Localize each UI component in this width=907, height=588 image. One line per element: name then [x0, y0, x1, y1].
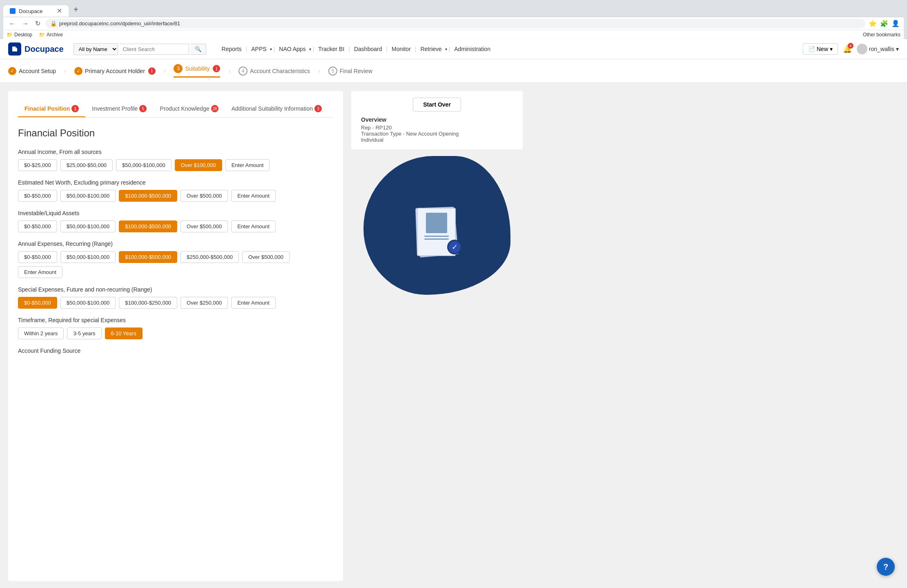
step-account-setup-label: Account Setup [19, 68, 56, 74]
nw-opt-3[interactable]: $100,000-$500,000 [119, 190, 177, 202]
bookmark-archive-label: Archive [47, 32, 63, 38]
se-opt-3[interactable]: $100,000-$250,000 [119, 297, 177, 309]
step-account-chars[interactable]: 4 Account Characteristics [238, 67, 310, 76]
nav-reports[interactable]: Reports [219, 44, 244, 54]
account-type-info: Individual [361, 137, 513, 143]
se-opt-4[interactable]: Over $250,000 [181, 297, 228, 309]
la-opt-4[interactable]: Over $500,000 [181, 220, 228, 232]
url-actions: ⭐ 🧩 👤 [869, 20, 900, 27]
step-suitability-badge: 1 [213, 65, 220, 72]
section-timeframe-label: Timeframe, Required for special Expenses [18, 317, 333, 323]
nav-monitor[interactable]: Monitor [389, 44, 413, 54]
nav-right: 📄 New ▾ 🔔 4 ron_wallis ▾ [803, 43, 899, 55]
new-button[interactable]: 📄 New ▾ [803, 43, 838, 55]
income-opt-1[interactable]: $0-$25,000 [18, 159, 57, 171]
income-opt-3[interactable]: $50,000-$100,000 [116, 159, 172, 171]
step-check-icon-2: ✓ [74, 67, 82, 75]
net-worth-options: $0-$50,000 $50,000-$100,000 $100,000-$50… [18, 190, 333, 202]
income-opt-5[interactable]: Enter Amount [225, 159, 270, 171]
nav-dashboard[interactable]: Dashboard [352, 44, 385, 54]
form-title: Financial Position [18, 127, 333, 139]
tab-financial-label: Finacial Position [25, 105, 70, 112]
doc-line-1 [424, 236, 449, 237]
nw-opt-5[interactable]: Enter Amount [231, 190, 276, 202]
extensions-icon[interactable]: 🧩 [880, 20, 888, 27]
la-opt-1[interactable]: $0-$50,000 [18, 220, 57, 232]
tab-product-knowledge[interactable]: Product Knowledge 28 [153, 101, 225, 117]
nw-opt-1[interactable]: $0-$50,000 [18, 190, 57, 202]
user-menu[interactable]: ron_wallis ▾ [857, 44, 899, 54]
ae-opt-5[interactable]: Over $500,000 [242, 251, 290, 263]
tf-opt-3[interactable]: 6-10 Years [105, 327, 143, 339]
nw-opt-4[interactable]: Over $500,000 [181, 190, 228, 202]
other-bookmarks[interactable]: Other bookmarks [863, 32, 900, 38]
tf-opt-2[interactable]: 3-5 years [67, 327, 101, 339]
forward-button[interactable]: → [20, 19, 30, 28]
step-account-setup[interactable]: ✓ Account Setup [8, 67, 56, 75]
ae-opt-4[interactable]: $250,000-$500,000 [181, 251, 239, 263]
bookmark-icon[interactable]: ⭐ [869, 20, 877, 27]
nav-retrieve[interactable]: Retrieve▾ [418, 44, 447, 54]
tab-close-button[interactable]: ✕ [57, 8, 62, 14]
se-opt-5[interactable]: Enter Amount [231, 297, 276, 309]
step-account-chars-label: Account Characteristics [250, 68, 310, 74]
ae-opt-6[interactable]: Enter Amount [18, 266, 62, 278]
search-dropdown[interactable]: All by Name [74, 43, 118, 55]
special-expenses-options: $0-$50,000 $50,000-$100,000 $100,000-$25… [18, 297, 333, 309]
income-opt-4[interactable]: Over $100,000 [175, 159, 222, 171]
doc-icon: 📄 [808, 46, 815, 52]
step-final-review[interactable]: 5 Final Review [328, 67, 372, 76]
ae-opt-1[interactable]: $0-$50,000 [18, 251, 57, 263]
main-container: Finacial Position 1 Investment Profile 5… [0, 83, 907, 588]
browser-address-bar: ← → ↻ 🔒 preprod.docupaceinc.com/dpdemo_u… [3, 17, 904, 30]
tab-additional-suitability[interactable]: Additional Suitability Information 3 [225, 101, 328, 117]
section-annual-income-label: Annual Income, From all sources [18, 149, 333, 155]
back-button[interactable]: ← [7, 19, 17, 28]
nav-administration[interactable]: Administration [452, 44, 493, 54]
tab-financial-position[interactable]: Finacial Position 1 [18, 101, 85, 117]
income-opt-2[interactable]: $25,000-$50,000 [60, 159, 113, 171]
la-opt-3[interactable]: $100,000-$500,000 [119, 220, 177, 232]
user-name: ron_wallis [869, 46, 894, 52]
tab-favicon [10, 8, 16, 14]
se-opt-1[interactable]: $0-$50,000 [18, 297, 57, 309]
help-icon: ? [883, 562, 888, 572]
url-box[interactable]: 🔒 preprod.docupaceinc.com/dpdemo_ui#/int… [45, 19, 865, 28]
step-final-review-num: 5 [328, 67, 337, 76]
nav-nao-apps[interactable]: NAO Apps▾ [276, 44, 311, 54]
tab-title: Docupace [19, 8, 43, 14]
step-primary-holder[interactable]: ✓ Primary Account Holder 1 [74, 67, 156, 75]
notification-bell[interactable]: 🔔 4 [843, 45, 852, 53]
active-tab[interactable]: Docupace ✕ [3, 5, 69, 17]
app-navbar: Docupace All by Name 🔍 Reports | APPS▾ |… [0, 39, 907, 59]
search-button[interactable]: 🔍 [191, 44, 206, 55]
start-over-button[interactable]: Start Over [413, 98, 461, 111]
nav-tracker-bi[interactable]: Tracker BI [316, 44, 347, 54]
user-arrow-icon: ▾ [896, 46, 899, 52]
la-opt-5[interactable]: Enter Amount [231, 220, 276, 232]
tab-product-label: Product Knowledge [160, 105, 209, 112]
section-liquid-assets-label: Investable/Liquid Assets [18, 210, 333, 216]
search-input[interactable] [120, 44, 189, 55]
reload-button[interactable]: ↻ [33, 19, 42, 28]
la-opt-2[interactable]: $50,000-$100,000 [60, 220, 116, 232]
bookmark-archive[interactable]: 📁Archive [39, 32, 63, 38]
tf-opt-1[interactable]: Within 2 years [18, 327, 64, 339]
new-arrow-icon: ▾ [830, 46, 833, 52]
se-opt-2[interactable]: $50,000-$100,000 [60, 297, 116, 309]
tab-investment-profile[interactable]: Investment Profile 5 [85, 101, 153, 117]
profile-icon[interactable]: 👤 [891, 20, 900, 27]
step-primary-holder-label: Primary Account Holder [85, 68, 145, 74]
ae-opt-3[interactable]: $100,000-$500,000 [119, 251, 177, 263]
ae-opt-2[interactable]: $50,000-$100,000 [60, 251, 116, 263]
step-check-icon: ✓ [8, 67, 16, 75]
bookmark-desktop[interactable]: 📁Desktop [7, 32, 32, 38]
tab-additional-badge: 3 [314, 105, 322, 112]
illustration-container: ✓ [351, 156, 523, 295]
nav-apps[interactable]: APPS▾ [249, 44, 272, 54]
help-button[interactable]: ? [877, 558, 895, 576]
step-suitability[interactable]: 3 Suitability 1 [174, 64, 220, 78]
nw-opt-2[interactable]: $50,000-$100,000 [60, 190, 116, 202]
nav-search: All by Name 🔍 [74, 43, 206, 55]
new-tab-button[interactable]: + [69, 2, 82, 17]
